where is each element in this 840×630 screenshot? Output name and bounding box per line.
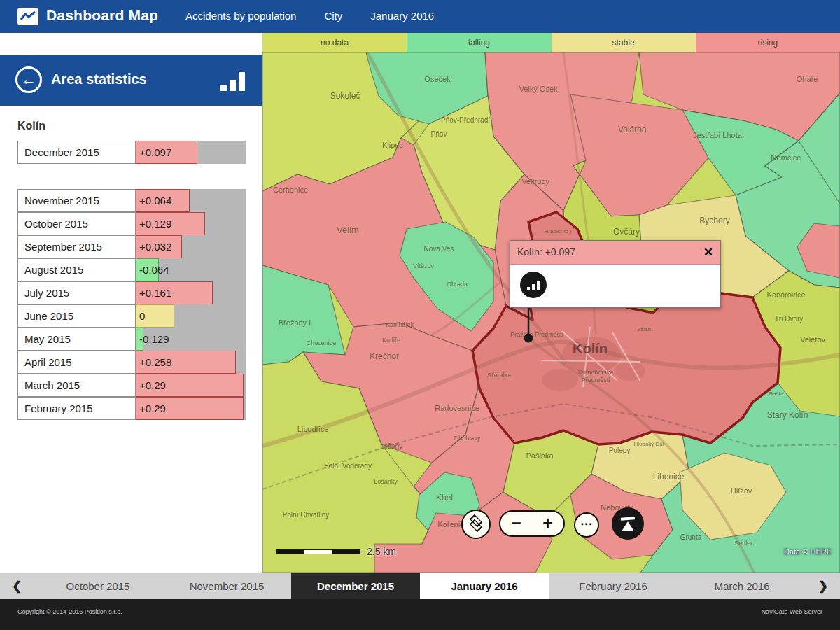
map-legend: no datafallingstablerising (262, 33, 840, 52)
value-text: -0.129 (139, 328, 169, 351)
map-town-label: Volárna (618, 125, 647, 134)
zoom-control: − + (499, 510, 565, 537)
value-track: +0.258 (136, 351, 246, 374)
tab-december-2015[interactable]: December 2015 (291, 573, 420, 599)
value-text: 0 (139, 304, 145, 328)
value-text: +0.161 (139, 281, 172, 304)
map-popup: Kolín: +0.097 ✕ (510, 240, 721, 308)
choropleth-map-svg[interactable]: SokolečKlipecOsečekVelký OsekOhařeVolárn… (262, 52, 840, 573)
popup-header: Kolín: +0.097 ✕ (510, 241, 720, 265)
topbar-menu-item[interactable]: Accidents by population (186, 10, 296, 22)
tab-november-2015[interactable]: November 2015 (162, 573, 291, 599)
stat-row: July 2015+0.161 (18, 281, 246, 304)
map-town-label: Sedlec (734, 540, 754, 547)
tab-october-2015[interactable]: October 2015 (34, 573, 162, 599)
value-text: +0.129 (139, 212, 172, 235)
zoom-in-button[interactable]: + (532, 512, 564, 536)
top-navigation-bar: Dashboard Map Accidents by populationCit… (0, 0, 840, 33)
tabs-next-arrow[interactable]: ❯ (806, 573, 840, 599)
map-town-label: Grunta (680, 533, 702, 541)
month-label[interactable]: November 2015 (18, 189, 136, 212)
map-town-label: Kbel (436, 493, 453, 503)
legend-item-no-data: no data (262, 33, 407, 52)
map-town-label: Kutnohorské (578, 369, 614, 376)
map-town-label: Předměstí (581, 377, 610, 384)
map-town-label: Starý Kolín (767, 410, 808, 420)
map-town-label: Kolín (573, 341, 608, 356)
map-town-label: Cerhenice (273, 186, 308, 194)
map-attribution: Data © HERE (784, 547, 832, 556)
map-town-label: Oseček (424, 75, 451, 83)
map-town-label: Ohaře (797, 75, 818, 83)
app-logo-icon (17, 7, 39, 26)
month-label[interactable]: February 2015 (18, 397, 136, 420)
stat-row: February 2015+0.29 (18, 397, 246, 420)
map-town-label: Hlízov (731, 486, 752, 495)
month-label[interactable]: July 2015 (18, 281, 136, 304)
value-track: +0.29 (136, 374, 246, 397)
map-town-label: Ovčáry (613, 227, 640, 237)
stat-row: May 2015-0.129 (18, 328, 246, 351)
map-town-label: Veletov (800, 335, 826, 344)
close-icon[interactable]: ✕ (704, 245, 713, 260)
map-town-label: Pražské Předměstí (510, 331, 564, 338)
map-town-label: Polepy (609, 447, 631, 454)
month-label[interactable]: October 2015 (18, 212, 136, 235)
tabs-prev-arrow[interactable]: ❮ (0, 573, 34, 599)
stat-row: November 2015+0.064 (18, 189, 246, 212)
back-button[interactable]: ← (15, 66, 42, 93)
map-town-label: Zibohlavy (454, 435, 481, 442)
more-options-button[interactable]: ⋯ (574, 512, 599, 538)
value-text: +0.032 (139, 235, 172, 258)
popup-chart-button[interactable] (520, 272, 547, 298)
map-town-label: Zálabí (637, 326, 653, 332)
zoom-out-button[interactable]: − (500, 512, 532, 536)
value-track: +0.161 (136, 281, 246, 304)
sidebar-header: ← Area statistics (0, 55, 262, 106)
tab-january-2016[interactable]: January 2016 (420, 573, 549, 599)
traffic-button[interactable] (612, 507, 644, 540)
value-track: +0.097 (136, 141, 246, 164)
tabs-container: October 2015November 2015December 2015Ja… (34, 573, 806, 599)
map-town-label: Bychory (699, 216, 729, 225)
scale-label: 2.5 km (367, 546, 396, 557)
map-town-label: Nová Ves (424, 245, 454, 253)
map-town-label: Radovesnice (435, 404, 479, 412)
footer-bar: Copyright © 2014-2016 Position s.r.o. Na… (0, 599, 840, 630)
topbar-menu-item[interactable]: City (324, 10, 342, 22)
stat-row: September 2015+0.032 (18, 235, 246, 258)
tab-march-2016[interactable]: March 2016 (678, 573, 806, 599)
value-text: -0.064 (139, 258, 169, 281)
month-label[interactable]: December 2015 (18, 141, 136, 164)
layers-button[interactable] (461, 510, 491, 539)
value-track: 0 (136, 304, 246, 328)
server-name-text: NaviGate Web Server (762, 608, 822, 615)
history-rows-container: November 2015+0.064October 2015+0.129Sep… (18, 189, 246, 420)
map-town-label: Hradišťko I (544, 228, 571, 234)
map-town-label: Pňov-Předhradí (441, 116, 490, 124)
bar-chart-icon[interactable] (220, 70, 245, 91)
app-title: Dashboard Map (46, 7, 158, 24)
month-label[interactable]: March 2015 (18, 374, 136, 397)
month-tabs-bar: ❮ October 2015November 2015December 2015… (0, 573, 840, 599)
month-label[interactable]: June 2015 (18, 304, 136, 328)
month-label[interactable]: September 2015 (18, 235, 136, 258)
map-town-label: Pašinka (526, 451, 554, 460)
current-month-row-container: December 2015+0.097 (18, 141, 246, 164)
stat-row: April 2015+0.258 (18, 351, 246, 374)
map-canvas[interactable]: SokolečKlipecOsečekVelký OsekOhařeVolárn… (262, 52, 840, 573)
value-track: -0.129 (136, 328, 246, 351)
tab-february-2016[interactable]: February 2016 (549, 573, 678, 599)
topbar-menu-item[interactable]: January 2016 (370, 10, 434, 22)
value-text: +0.258 (139, 351, 172, 374)
month-label[interactable]: April 2015 (18, 351, 136, 374)
map-town-label: Velim (337, 225, 359, 235)
legend-item-falling: falling (407, 33, 551, 52)
month-label[interactable]: May 2015 (18, 328, 136, 351)
topbar-menu: Accidents by populationCityJanuary 2016 (186, 10, 434, 22)
region-name: Kolín (18, 120, 46, 132)
map-marker[interactable] (524, 334, 533, 343)
month-label[interactable]: August 2015 (18, 258, 136, 281)
map-town-label: Libenice (653, 472, 685, 482)
map-area: no datafallingstablerising SokolečKlipec… (262, 33, 840, 573)
